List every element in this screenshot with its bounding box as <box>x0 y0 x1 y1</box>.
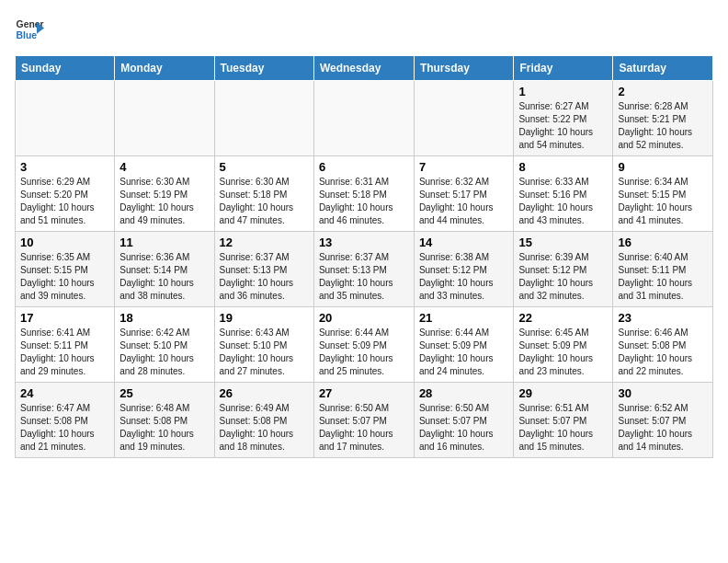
calendar-week-5: 24Sunrise: 6:47 AMSunset: 5:08 PMDayligh… <box>16 383 713 458</box>
calendar-cell: 29Sunrise: 6:51 AMSunset: 5:07 PMDayligh… <box>514 383 613 458</box>
day-number: 5 <box>220 160 309 174</box>
day-number: 16 <box>618 236 708 249</box>
calendar-cell: 8Sunrise: 6:33 AMSunset: 5:16 PMDaylight… <box>514 156 613 232</box>
calendar-cell: 4Sunrise: 6:30 AMSunset: 5:19 PMDaylight… <box>115 156 214 232</box>
day-info: Sunrise: 6:50 AMSunset: 5:07 PMDaylight:… <box>319 402 409 454</box>
day-info: Sunrise: 6:36 AMSunset: 5:14 PMDaylight:… <box>119 251 209 303</box>
calendar-cell: 30Sunrise: 6:52 AMSunset: 5:07 PMDayligh… <box>613 383 713 458</box>
calendar-cell: 21Sunrise: 6:44 AMSunset: 5:09 PMDayligh… <box>414 307 514 383</box>
calendar-cell: 5Sunrise: 6:30 AMSunset: 5:18 PMDaylight… <box>214 156 313 232</box>
day-info: Sunrise: 6:37 AMSunset: 5:13 PMDaylight:… <box>220 251 309 303</box>
calendar-cell: 6Sunrise: 6:31 AMSunset: 5:18 PMDaylight… <box>313 156 414 232</box>
day-info: Sunrise: 6:48 AMSunset: 5:08 PMDaylight:… <box>119 402 209 454</box>
day-number: 25 <box>119 386 209 400</box>
day-number: 12 <box>220 236 309 249</box>
day-number: 26 <box>220 386 309 400</box>
calendar-cell <box>115 81 214 156</box>
calendar-cell: 15Sunrise: 6:39 AMSunset: 5:12 PMDayligh… <box>514 232 613 307</box>
day-number: 18 <box>119 311 209 325</box>
calendar-cell: 28Sunrise: 6:50 AMSunset: 5:07 PMDayligh… <box>414 383 514 458</box>
day-number: 1 <box>518 85 608 98</box>
calendar-cell: 1Sunrise: 6:27 AMSunset: 5:22 PMDaylight… <box>514 81 613 156</box>
logo: General Blue <box>15 15 44 44</box>
day-number: 21 <box>419 311 509 325</box>
weekday-header-row: SundayMondayTuesdayWednesdayThursdayFrid… <box>16 56 713 81</box>
day-info: Sunrise: 6:33 AMSunset: 5:16 PMDaylight:… <box>518 176 608 227</box>
day-info: Sunrise: 6:27 AMSunset: 5:22 PMDaylight:… <box>518 100 608 152</box>
calendar-cell: 10Sunrise: 6:35 AMSunset: 5:15 PMDayligh… <box>16 232 115 307</box>
calendar-cell: 25Sunrise: 6:48 AMSunset: 5:08 PMDayligh… <box>115 383 214 458</box>
day-info: Sunrise: 6:30 AMSunset: 5:19 PMDaylight:… <box>119 176 209 227</box>
day-info: Sunrise: 6:44 AMSunset: 5:09 PMDaylight:… <box>319 327 409 378</box>
calendar-cell: 13Sunrise: 6:37 AMSunset: 5:13 PMDayligh… <box>313 232 414 307</box>
day-info: Sunrise: 6:51 AMSunset: 5:07 PMDaylight:… <box>518 402 608 454</box>
day-number: 19 <box>220 311 309 325</box>
calendar-cell <box>414 81 514 156</box>
day-info: Sunrise: 6:52 AMSunset: 5:07 PMDaylight:… <box>618 402 708 454</box>
calendar-cell <box>214 81 313 156</box>
calendar-cell: 12Sunrise: 6:37 AMSunset: 5:13 PMDayligh… <box>214 232 313 307</box>
day-number: 24 <box>20 386 109 400</box>
day-info: Sunrise: 6:47 AMSunset: 5:08 PMDaylight:… <box>20 402 109 454</box>
calendar-cell: 16Sunrise: 6:40 AMSunset: 5:11 PMDayligh… <box>613 232 713 307</box>
weekday-header-thursday: Thursday <box>414 56 514 81</box>
calendar-cell: 14Sunrise: 6:38 AMSunset: 5:12 PMDayligh… <box>414 232 514 307</box>
calendar-cell: 24Sunrise: 6:47 AMSunset: 5:08 PMDayligh… <box>16 383 115 458</box>
day-number: 23 <box>618 311 708 325</box>
calendar-week-2: 3Sunrise: 6:29 AMSunset: 5:20 PMDaylight… <box>16 156 713 232</box>
day-info: Sunrise: 6:45 AMSunset: 5:09 PMDaylight:… <box>518 327 608 378</box>
day-info: Sunrise: 6:41 AMSunset: 5:11 PMDaylight:… <box>20 327 109 378</box>
calendar-cell: 27Sunrise: 6:50 AMSunset: 5:07 PMDayligh… <box>313 383 414 458</box>
calendar-cell <box>16 81 115 156</box>
calendar-cell <box>313 81 414 156</box>
calendar-week-4: 17Sunrise: 6:41 AMSunset: 5:11 PMDayligh… <box>16 307 713 383</box>
calendar-cell: 9Sunrise: 6:34 AMSunset: 5:15 PMDaylight… <box>613 156 713 232</box>
day-number: 17 <box>20 311 109 325</box>
calendar-cell: 22Sunrise: 6:45 AMSunset: 5:09 PMDayligh… <box>514 307 613 383</box>
weekday-header-wednesday: Wednesday <box>313 56 414 81</box>
weekday-header-saturday: Saturday <box>613 56 713 81</box>
day-number: 22 <box>518 311 608 325</box>
calendar-week-3: 10Sunrise: 6:35 AMSunset: 5:15 PMDayligh… <box>16 232 713 307</box>
weekday-header-monday: Monday <box>115 56 214 81</box>
day-number: 6 <box>319 160 409 174</box>
calendar-cell: 7Sunrise: 6:32 AMSunset: 5:17 PMDaylight… <box>414 156 514 232</box>
calendar-table: SundayMondayTuesdayWednesdayThursdayFrid… <box>15 55 713 458</box>
day-info: Sunrise: 6:50 AMSunset: 5:07 PMDaylight:… <box>419 402 509 454</box>
day-info: Sunrise: 6:35 AMSunset: 5:15 PMDaylight:… <box>20 251 109 303</box>
weekday-header-tuesday: Tuesday <box>214 56 313 81</box>
calendar-cell: 26Sunrise: 6:49 AMSunset: 5:08 PMDayligh… <box>214 383 313 458</box>
calendar-cell: 11Sunrise: 6:36 AMSunset: 5:14 PMDayligh… <box>115 232 214 307</box>
day-info: Sunrise: 6:42 AMSunset: 5:10 PMDaylight:… <box>119 327 209 378</box>
day-number: 9 <box>618 160 708 174</box>
day-info: Sunrise: 6:29 AMSunset: 5:20 PMDaylight:… <box>20 176 109 227</box>
calendar-cell: 23Sunrise: 6:46 AMSunset: 5:08 PMDayligh… <box>613 307 713 383</box>
calendar-cell: 2Sunrise: 6:28 AMSunset: 5:21 PMDaylight… <box>613 81 713 156</box>
day-info: Sunrise: 6:43 AMSunset: 5:10 PMDaylight:… <box>220 327 309 378</box>
day-info: Sunrise: 6:34 AMSunset: 5:15 PMDaylight:… <box>618 176 708 227</box>
page-header: General Blue <box>15 15 713 44</box>
calendar-cell: 20Sunrise: 6:44 AMSunset: 5:09 PMDayligh… <box>313 307 414 383</box>
calendar-cell: 18Sunrise: 6:42 AMSunset: 5:10 PMDayligh… <box>115 307 214 383</box>
day-info: Sunrise: 6:39 AMSunset: 5:12 PMDaylight:… <box>518 251 608 303</box>
day-info: Sunrise: 6:40 AMSunset: 5:11 PMDaylight:… <box>618 251 708 303</box>
day-number: 29 <box>518 386 608 400</box>
day-info: Sunrise: 6:46 AMSunset: 5:08 PMDaylight:… <box>618 327 708 378</box>
day-number: 3 <box>20 160 109 174</box>
day-number: 13 <box>319 236 409 249</box>
day-number: 27 <box>319 386 409 400</box>
day-number: 20 <box>319 311 409 325</box>
day-info: Sunrise: 6:31 AMSunset: 5:18 PMDaylight:… <box>319 176 409 227</box>
logo-icon: General Blue <box>15 15 44 44</box>
day-number: 2 <box>618 85 708 98</box>
day-info: Sunrise: 6:32 AMSunset: 5:17 PMDaylight:… <box>419 176 509 227</box>
day-number: 11 <box>119 236 209 249</box>
day-number: 10 <box>20 236 109 249</box>
day-number: 4 <box>119 160 209 174</box>
day-number: 14 <box>419 236 509 249</box>
calendar-week-1: 1Sunrise: 6:27 AMSunset: 5:22 PMDaylight… <box>16 81 713 156</box>
day-number: 8 <box>518 160 608 174</box>
calendar-cell: 3Sunrise: 6:29 AMSunset: 5:20 PMDaylight… <box>16 156 115 232</box>
day-info: Sunrise: 6:37 AMSunset: 5:13 PMDaylight:… <box>319 251 409 303</box>
day-info: Sunrise: 6:30 AMSunset: 5:18 PMDaylight:… <box>220 176 309 227</box>
